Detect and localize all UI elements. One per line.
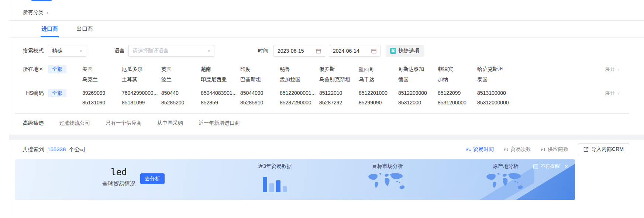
sort-trade-count[interactable]: 贸易次数: [503, 146, 531, 153]
bar-chart-icon: [245, 173, 304, 192]
hs-code-item[interactable]: 85287292: [319, 100, 359, 105]
world-map-icon: [366, 172, 409, 193]
language-select[interactable]: 请选择翻译语言 ∨: [128, 45, 214, 57]
hs-expand-label: 展开: [605, 90, 615, 97]
hs-all-chip[interactable]: 全部: [48, 89, 66, 97]
region-item[interactable]: 加纳: [438, 76, 477, 83]
language-placeholder: 请选择翻译语言: [132, 48, 169, 54]
hs-code-item[interactable]: 85312000000: [477, 100, 517, 105]
chevron-down-icon: ∨: [79, 49, 82, 53]
region-item[interactable]: 乌克兰: [82, 76, 122, 83]
time-label: 时间: [258, 48, 268, 54]
hs-code-item[interactable]: 85312000: [398, 100, 438, 105]
sort-trade-time-label: 贸易时间: [473, 146, 494, 153]
bar: [269, 183, 274, 192]
date-end-value: 2024-06-14: [333, 48, 359, 54]
advanced-item-sourced-from-china[interactable]: 从中国采购: [157, 120, 183, 127]
region-item[interactable]: 土耳其: [122, 76, 161, 83]
quick-options-label: 快捷选项: [399, 48, 419, 54]
tab-bar: 进口商 出口商: [0, 21, 644, 38]
tab-exporters[interactable]: 出口商: [76, 21, 94, 37]
results-count-number[interactable]: 155338: [46, 146, 67, 152]
region-item[interactable]: 印度尼西亚: [201, 76, 240, 83]
hs-expand-link[interactable]: 展开 ∨: [605, 90, 620, 97]
region-grid: 美国 厄瓜多尔 英国 越南 印度 秘鲁 俄罗斯 墨西哥 哥斯达黎加 菲律宾 哈萨…: [82, 66, 517, 83]
date-end-input[interactable]: 2024-06-14: [329, 45, 380, 57]
banner-keyword: led: [97, 167, 141, 177]
hs-code-item[interactable]: 85299090: [359, 100, 398, 105]
breadcrumb-row: 所有分类 ›: [0, 4, 644, 21]
hs-code-item[interactable]: 85131090: [82, 100, 122, 105]
analyze-button[interactable]: 去分析: [140, 173, 165, 184]
region-item[interactable]: 印度: [240, 66, 280, 73]
sort-supplier-count[interactable]: 供应商数: [541, 146, 568, 153]
advanced-filter-row: 高级筛选 过滤物流公司 只有一个供应商 从中国采购 近一年新增进口商: [0, 120, 644, 135]
banner-section-target-market-title: 目标市场分析: [358, 163, 417, 170]
advanced-item-single-supplier[interactable]: 只有一个供应商: [106, 120, 142, 127]
hs-code-item[interactable]: 76042990000...: [122, 90, 161, 96]
date-start-input[interactable]: 2023-06-15: [273, 45, 325, 57]
banner-keyword-block: led 全球贸易情况: [97, 167, 141, 187]
region-item[interactable]: 波兰: [161, 76, 201, 83]
sort-trade-time[interactable]: 贸易时间: [466, 146, 494, 153]
search-mode-select[interactable]: 精确 ∨: [48, 45, 86, 57]
hs-code-item[interactable]: 8512201000: [359, 90, 398, 96]
hs-code-item[interactable]: 850440: [161, 90, 201, 96]
hs-code-item[interactable]: 85044090: [240, 90, 280, 96]
region-item[interactable]: 德国: [398, 76, 438, 83]
hs-code-item[interactable]: 8531200000: [438, 100, 477, 105]
region-item[interactable]: 孟加拉国: [280, 76, 319, 83]
region-item[interactable]: 哈萨克斯坦: [477, 66, 517, 73]
region-item[interactable]: 乌干达: [359, 76, 398, 83]
hs-code-item[interactable]: 8512209000: [398, 90, 438, 96]
region-item[interactable]: 俄罗斯: [319, 66, 359, 73]
region-item[interactable]: 厄瓜多尔: [122, 66, 161, 73]
hs-code-item[interactable]: 8513100000: [477, 90, 517, 96]
hs-label: HS编码: [23, 90, 44, 97]
section-gap: [0, 135, 644, 140]
region-item[interactable]: 越南: [201, 66, 240, 73]
dismiss-checkbox[interactable]: [533, 164, 538, 169]
results-count-suffix: 个公司: [69, 146, 85, 152]
hs-grid: 39269099 76042990000... 850440 850440839…: [82, 90, 517, 105]
region-all-chip[interactable]: 全部: [48, 65, 66, 73]
hs-code-item[interactable]: 852859: [201, 100, 240, 105]
import-crm-button[interactable]: 导入内部CRM: [578, 143, 629, 155]
hs-code-item[interactable]: 85287290000: [280, 100, 319, 105]
region-item[interactable]: 英国: [161, 66, 201, 73]
region-item[interactable]: 哥斯达黎加: [398, 66, 438, 73]
filter-divider: [15, 113, 629, 114]
hs-code-item[interactable]: 85044083901...: [201, 90, 240, 96]
hs-code-item[interactable]: 39269099: [82, 90, 122, 96]
search-mode-label: 搜索模式: [23, 48, 44, 54]
hs-code-item[interactable]: 85122000001...: [280, 90, 319, 96]
region-item[interactable]: 乌兹别克斯坦: [319, 76, 359, 83]
region-item[interactable]: 巴基斯坦: [240, 76, 280, 83]
import-crm-label: 导入内部CRM: [591, 146, 624, 153]
advanced-item-filter-logistics[interactable]: 过滤物流公司: [59, 120, 90, 127]
region-item[interactable]: 墨西哥: [359, 66, 398, 73]
hs-code-item[interactable]: 85285200: [161, 100, 201, 105]
breadcrumb-label: 所有分类: [23, 9, 44, 16]
calendar-icon: [371, 48, 376, 53]
search-form-row: 搜索模式 精确 ∨ 语言 请选择翻译语言 ∨ 时间 2023-06-15 202…: [0, 45, 644, 57]
region-item[interactable]: 菲律宾: [438, 66, 477, 73]
region-item[interactable]: 美国: [82, 66, 122, 73]
region-expand-link[interactable]: 展开 ∨: [605, 66, 620, 73]
region-item[interactable]: 泰国: [477, 76, 517, 83]
advanced-item-new-importers[interactable]: 近一年新增进口商: [199, 120, 240, 127]
hs-code-item[interactable]: 85285910: [240, 100, 280, 105]
dismiss-label: 不再提醒: [541, 163, 560, 170]
tab-importers[interactable]: 进口商: [41, 21, 59, 37]
close-icon[interactable]: ✕: [564, 164, 568, 169]
region-expand-label: 展开: [605, 66, 615, 73]
command-grid-icon: ⌘: [390, 48, 396, 54]
hs-code-item[interactable]: 85131099: [122, 100, 161, 105]
region-label: 所在地区: [23, 66, 44, 73]
region-item[interactable]: 秘鲁: [280, 66, 319, 73]
hs-code-item[interactable]: 85122010: [319, 90, 359, 96]
quick-options-button[interactable]: ⌘ 快捷选项: [386, 45, 424, 57]
analysis-banner: led 全球贸易情况 去分析 近3年贸易数据 目标市场分析: [15, 159, 575, 200]
breadcrumb[interactable]: 所有分类 ›: [23, 9, 48, 16]
hs-code-item[interactable]: 85122099: [438, 90, 477, 96]
